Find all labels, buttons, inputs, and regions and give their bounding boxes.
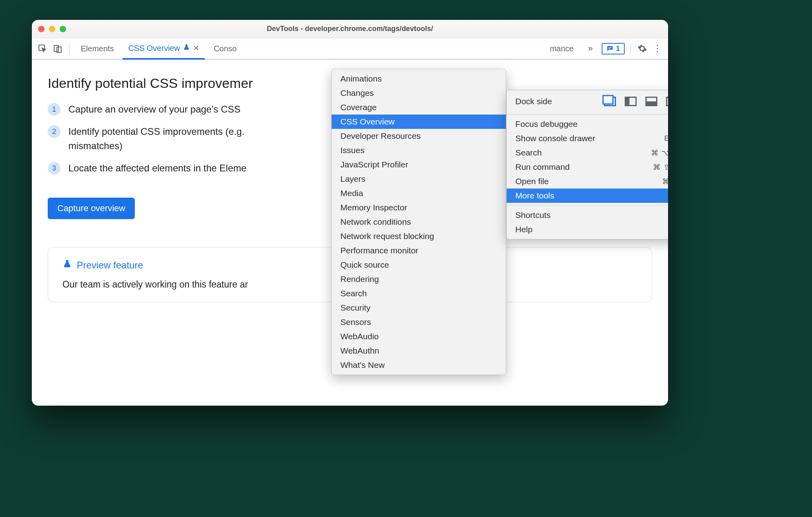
submenu-item[interactable]: Layers — [332, 172, 506, 186]
submenu-item-label: Developer Resources — [340, 131, 421, 141]
submenu-item[interactable]: Security — [332, 301, 506, 315]
tab-label: CSS Overview — [128, 44, 180, 53]
submenu-item-label: Media — [340, 189, 363, 198]
minimize-icon[interactable] — [49, 26, 55, 32]
tab-label: Elements — [81, 44, 114, 53]
submenu-item[interactable]: Coverage — [332, 100, 506, 115]
submenu-item-label: Layers — [340, 174, 365, 184]
tab-performance[interactable]: mance — [544, 38, 579, 59]
submenu-item[interactable]: Rendering — [332, 272, 506, 286]
close-tab-icon[interactable]: ✕ — [193, 44, 199, 52]
dock-side-label: Dock side — [515, 97, 552, 106]
flask-icon — [62, 259, 72, 271]
submenu-item-label: WebAudio — [340, 332, 379, 341]
tab-label: Conso — [214, 44, 237, 53]
menu-item[interactable]: Help▶ — [507, 222, 668, 237]
menu-item-label: More tools — [515, 191, 554, 200]
menu-item-label: Help — [515, 225, 532, 234]
menu-item-label: Focus debuggee — [515, 119, 577, 129]
menu-item[interactable]: Open file⌘ P — [507, 174, 668, 189]
divider — [630, 43, 631, 54]
menu-separator — [507, 205, 668, 206]
submenu-item[interactable]: WebAuthn — [332, 344, 506, 358]
menu-shortcut: ⌘ ⇧ P — [653, 163, 668, 172]
titlebar: DevTools - developer.chrome.com/tags/dev… — [32, 20, 668, 38]
submenu-item[interactable]: Developer Resources — [332, 129, 506, 143]
tab-console[interactable]: Conso — [208, 38, 242, 59]
submenu-item[interactable]: Issues — [332, 143, 506, 157]
submenu-item-label: Performance monitor — [340, 246, 418, 255]
submenu-item-label: WebAuthn — [340, 346, 379, 356]
menu-item[interactable]: Focus debuggee — [507, 117, 668, 131]
close-icon[interactable] — [38, 26, 45, 32]
submenu-item-label: What's New — [340, 360, 385, 370]
flask-icon — [183, 44, 190, 53]
traffic-lights — [38, 26, 66, 32]
submenu-item[interactable]: What's New — [332, 358, 506, 372]
submenu-item[interactable]: Network conditions — [332, 215, 506, 229]
dock-left-icon[interactable] — [625, 97, 637, 106]
tab-label: mance — [550, 44, 574, 53]
menu-item[interactable]: Search⌘ ⌥ F — [507, 146, 668, 160]
divider — [69, 43, 70, 54]
submenu-item-label: Search — [340, 289, 367, 298]
submenu-item[interactable]: Memory Inspector — [332, 200, 506, 215]
dock-right-icon[interactable] — [666, 97, 668, 106]
svg-rect-3 — [608, 47, 612, 48]
devtools-window: DevTools - developer.chrome.com/tags/dev… — [32, 20, 668, 406]
svg-rect-1 — [54, 45, 58, 51]
capture-overview-button[interactable]: Capture overview — [48, 198, 135, 219]
kebab-icon[interactable]: ⋮ — [651, 43, 663, 54]
submenu-item[interactable]: CSS Overview — [332, 115, 506, 129]
submenu-item[interactable]: Performance monitor — [332, 243, 506, 258]
issues-badge[interactable]: 1 — [602, 43, 625, 54]
menu-item[interactable]: More tools▶ — [507, 189, 668, 203]
submenu-item-label: JavaScript Profiler — [340, 160, 408, 169]
menu-shortcut: ⌘ ⌥ F — [651, 148, 668, 157]
step-number: 1 — [48, 103, 60, 116]
submenu-item[interactable]: Changes — [332, 86, 506, 100]
tab-css-overview[interactable]: CSS Overview ✕ — [122, 38, 205, 60]
submenu-item-label: Network request blocking — [340, 231, 434, 241]
menu-item[interactable]: Run command⌘ ⇧ P — [507, 160, 668, 174]
more-tabs-icon[interactable]: » — [583, 43, 598, 54]
step-number: 3 — [48, 162, 60, 175]
submenu-item[interactable]: Search — [332, 286, 506, 301]
zoom-icon[interactable] — [60, 26, 66, 32]
issues-count: 1 — [616, 45, 620, 53]
more-tools-submenu: AnimationsChangesCoverageCSS OverviewDev… — [331, 69, 506, 375]
submenu-item[interactable]: JavaScript Profiler — [332, 157, 506, 172]
dock-undock-icon[interactable] — [604, 97, 616, 106]
submenu-item[interactable]: Network request blocking — [332, 229, 506, 243]
step-text: Capture an overview of your page's CSS — [68, 102, 241, 117]
menu-shortcut: ⌘ P — [662, 177, 668, 186]
menu-item-label: Run command — [515, 162, 570, 172]
inspect-icon[interactable] — [37, 43, 49, 54]
submenu-item-label: Sensors — [340, 317, 371, 327]
menu-item[interactable]: Show console drawerEsc — [507, 131, 668, 146]
step-number: 2 — [48, 125, 60, 138]
submenu-item-label: Memory Inspector — [340, 203, 407, 212]
submenu-item[interactable]: Media — [332, 186, 506, 200]
submenu-item[interactable]: WebAudio — [332, 329, 506, 344]
preview-label: Preview feature — [77, 260, 143, 271]
submenu-item-label: Issues — [340, 146, 365, 155]
submenu-item[interactable]: Animations — [332, 72, 506, 86]
tab-elements[interactable]: Elements — [75, 38, 119, 59]
device-icon[interactable] — [52, 43, 64, 54]
submenu-item[interactable]: Sensors — [332, 315, 506, 329]
submenu-item-label: CSS Overview — [340, 117, 395, 126]
main-menu: Dock side Focus debuggeeShow console dra… — [506, 90, 668, 239]
submenu-item-label: Changes — [340, 88, 374, 98]
submenu-item-label: Quick source — [340, 260, 389, 270]
submenu-item[interactable]: Quick source — [332, 258, 506, 272]
submenu-item-label: Network conditions — [340, 217, 411, 227]
menu-item[interactable]: Shortcuts — [507, 208, 668, 222]
submenu-item-label: Security — [340, 303, 371, 313]
gear-icon[interactable] — [636, 43, 648, 54]
menu-item-label: Show console drawer — [515, 134, 595, 143]
dock-bottom-icon[interactable] — [645, 97, 657, 106]
menu-separator — [507, 114, 668, 115]
submenu-item-label: Rendering — [340, 274, 379, 284]
menu-item-label: Open file — [515, 177, 549, 186]
